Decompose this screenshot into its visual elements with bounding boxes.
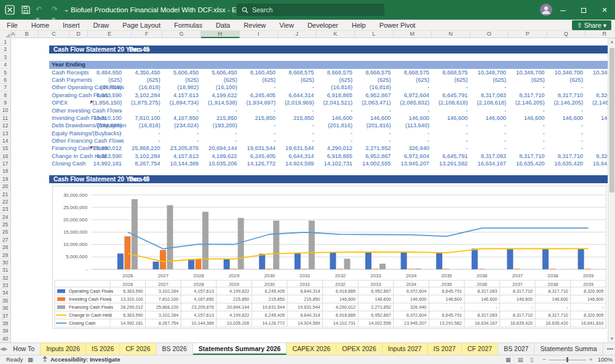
cell-investing-cash-flows-2032[interactable]: 146,600 (317, 114, 356, 122)
cell-closing-cash-2037[interactable]: 16,635,420 (509, 160, 548, 167)
year-header-band[interactable] (49, 61, 608, 69)
cell-debt-drawdowns-repaymen-2036[interactable]: - (471, 122, 510, 129)
row-header-19[interactable]: 19 (0, 175, 11, 183)
cell-cash-receipts-2037[interactable]: 10,348,700 (509, 69, 548, 76)
cell-other-financing-cash-flows-2027[interactable]: - (125, 137, 164, 144)
cell-equity-raisings-buybacks-2031[interactable]: - (279, 130, 317, 137)
cell-closing-cash-2029[interactable]: 10,035,206 (202, 160, 240, 167)
cell-debt-drawdowns-repaymen-2028[interactable]: (234,024) (164, 122, 202, 129)
sheet-tab-inputs-2027[interactable]: Inputs 2027 (383, 343, 428, 355)
sheet-tab-capex-2026[interactable]: CAPEX 2026 (287, 343, 336, 355)
cell-operating-cash-flows-2033[interactable]: 6,952,867 (355, 92, 394, 99)
cell-other-operating-cash-flows-2031[interactable]: - (279, 84, 317, 91)
cell-opex-2031[interactable]: (2,019,969) (279, 99, 317, 106)
cell-closing-cash-2034[interactable]: 13,945,207 (394, 160, 433, 167)
cell-other-investing-cash-flows-2031[interactable]: - (279, 107, 317, 114)
cell-closing-cash-2033[interactable]: 14,002,555 (355, 160, 394, 167)
normal-view-icon[interactable]: ▦ (506, 355, 511, 364)
cell-cash-payments-2035[interactable]: (625) (432, 76, 471, 84)
cell-change-in-cash-held-2028[interactable]: 4,157,613 (164, 152, 202, 160)
cell-cash-receipts-2038[interactable]: 10,348,700 (548, 69, 587, 76)
row-header-30[interactable]: 30 (0, 259, 11, 266)
row-header-31[interactable]: 31 (0, 266, 11, 274)
excel-app-icon[interactable] (5, 5, 15, 15)
row-header-14[interactable]: 14 (0, 137, 11, 144)
sheet-tab-bs-2026[interactable]: BS 2026 (157, 343, 193, 355)
sheet-tab-opex-2026[interactable]: OPEX 2026 (336, 343, 382, 355)
column-header-K[interactable]: K (317, 31, 355, 38)
column-header-P[interactable]: P (509, 31, 547, 38)
sheet-tab-is-2026[interactable]: IS 2026 (86, 343, 120, 355)
cell-investing-cash-flows-2028[interactable]: 4,167,850 (164, 114, 202, 122)
cell-other-operating-cash-flows-2037[interactable]: - (509, 84, 548, 91)
cell-change-in-cash-held-2035[interactable]: 6,645,791 (432, 152, 471, 160)
sheet-tab-how-to[interactable]: How To (7, 343, 41, 355)
cell-financing-cash-flows-2032[interactable]: 4,290,012 (317, 144, 356, 152)
share-button[interactable]: ⇧ Share ▾ (572, 20, 611, 30)
statement-row-label-opex[interactable]: OPEX (52, 99, 68, 106)
cell-equity-raisings-buybacks-2035[interactable]: - (432, 130, 471, 137)
cell-equity-raisings-buybacks-2028[interactable]: - (164, 130, 202, 137)
cell-change-in-cash-held-2030[interactable]: 6,245,405 (240, 152, 279, 160)
tab-overflow-button[interactable]: ••• (603, 343, 615, 355)
cell-other-financing-cash-flows-2037[interactable]: - (509, 137, 548, 144)
cell-investing-cash-flows-2030[interactable]: 215,850 (240, 114, 279, 122)
column-header-E[interactable]: E (88, 31, 132, 38)
cell-change-in-cash-held-2034[interactable]: 6,972,604 (394, 152, 433, 160)
cell-debt-drawdowns-repaymen-2032[interactable]: (201,816) (317, 122, 356, 129)
cell-opex-2037[interactable]: (2,146,205) (509, 99, 548, 106)
row-header-29[interactable]: 29 (0, 251, 11, 259)
column-header-Q[interactable]: Q (547, 31, 586, 38)
cell-financing-cash-flows-2033[interactable]: 2,271,852 (355, 144, 394, 152)
column-header-O[interactable]: O (470, 31, 509, 38)
cell-other-financing-cash-flows-2031[interactable]: - (279, 137, 317, 144)
cell-other-financing-cash-flows-2026[interactable]: - (87, 137, 125, 144)
cell-equity-raisings-buybacks-2036[interactable]: - (471, 130, 510, 137)
cell-equity-raisings-buybacks-2032[interactable]: - (317, 130, 356, 137)
cell-change-in-cash-held-2032[interactable]: 6,918,865 (317, 152, 356, 160)
statement-row-label-closing-cash[interactable]: Closing Cash (52, 160, 85, 167)
column-header-B[interactable]: B (15, 31, 39, 38)
cell-financing-cash-flows-2035[interactable]: - (432, 144, 471, 152)
cell-financing-cash-flows-2030[interactable]: 19,631,544 (240, 144, 279, 152)
row-header-11[interactable]: 11 (0, 114, 11, 122)
cell-operating-cash-flows-2037[interactable]: 8,317,710 (509, 92, 548, 99)
cell-cash-payments-2026[interactable]: (625) (87, 76, 125, 84)
cell-opex-2028[interactable]: (1,894,734) (164, 99, 202, 106)
cell-equity-raisings-buybacks-2029[interactable]: - (202, 130, 240, 137)
cell-other-investing-cash-flows-2038[interactable]: - (548, 107, 587, 114)
cell-investing-cash-flows-2033[interactable]: 146,600 (355, 114, 394, 122)
cell-closing-cash-2038[interactable]: 16,635,420 (548, 160, 587, 167)
cell-debt-drawdowns-repaymen-2030[interactable]: - (240, 122, 279, 129)
ribbon-tab-data[interactable]: Data (209, 20, 237, 31)
vertical-scrollbar-thumb[interactable] (609, 48, 614, 192)
row-header-34[interactable]: 34 (0, 289, 11, 296)
cell-cash-receipts-2026[interactable]: 8,484,950 (87, 69, 125, 76)
column-header-C[interactable]: C (39, 31, 69, 38)
cell-other-investing-cash-flows-2030[interactable]: - (240, 107, 279, 114)
minimize-button[interactable] (552, 0, 573, 20)
row-header-12[interactable]: 12 (0, 122, 11, 129)
cell-investing-cash-flows-2029[interactable]: 215,850 (202, 114, 240, 122)
cell-financing-cash-flows-2026[interactable]: 28,290,012 (87, 144, 125, 152)
row-header-6[interactable]: 6 (0, 76, 11, 84)
cell-debt-drawdowns-repaymen-2038[interactable]: - (548, 122, 587, 129)
cell-other-operating-cash-flows-2029[interactable]: (16,100) (202, 84, 240, 91)
row-header-15[interactable]: 15 (0, 144, 11, 152)
cell-debt-drawdowns-repaymen-2035[interactable]: - (432, 122, 471, 129)
cell-other-financing-cash-flows-2036[interactable]: - (471, 137, 510, 144)
column-header-L[interactable]: L (355, 31, 394, 38)
redo-icon[interactable]: ↷ ▾ (52, 4, 62, 14)
cell-other-financing-cash-flows-2029[interactable]: - (202, 137, 240, 144)
cell-debt-drawdowns-repaymen-2031[interactable]: - (279, 122, 317, 129)
ribbon-tab-insert[interactable]: Insert (56, 20, 87, 31)
row-header-5[interactable]: 5 (0, 69, 11, 76)
cell-other-operating-cash-flows-2030[interactable]: - (240, 84, 279, 91)
avatar[interactable] (540, 4, 552, 16)
cell-other-financing-cash-flows-2034[interactable]: - (394, 137, 433, 144)
cell-other-investing-cash-flows-2027[interactable]: - (125, 107, 164, 114)
cell-debt-drawdowns-repaymen-2037[interactable]: - (509, 122, 548, 129)
row-header-7[interactable]: 7 (0, 84, 11, 91)
cell-equity-raisings-buybacks-2033[interactable]: - (355, 130, 394, 137)
column-header-M[interactable]: M (394, 31, 432, 38)
